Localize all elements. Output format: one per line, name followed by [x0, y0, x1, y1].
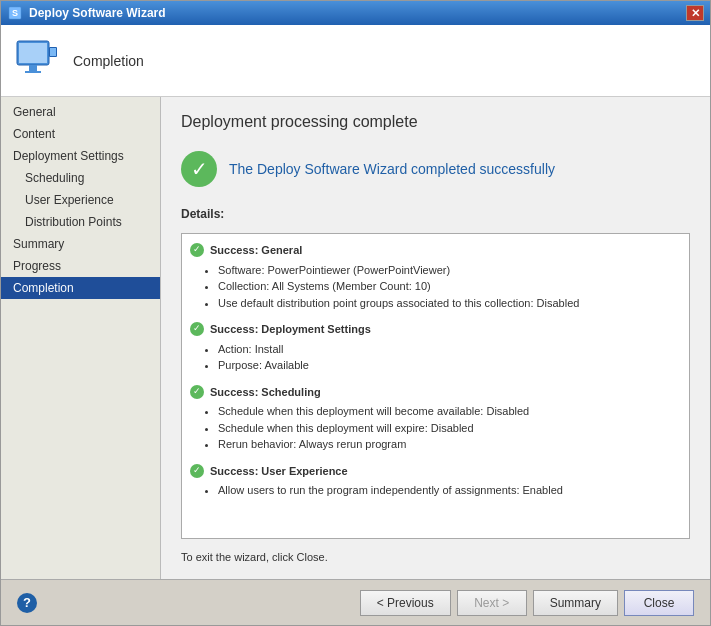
- bullet-available: Schedule when this deployment will becom…: [218, 403, 681, 420]
- success-icon-general: ✓: [190, 243, 204, 257]
- detail-scheduling-bullets: Schedule when this deployment will becom…: [190, 403, 681, 453]
- bullet-distribution: Use default distribution point groups as…: [218, 295, 681, 312]
- sidebar-item-content[interactable]: Content: [1, 123, 160, 145]
- help-button[interactable]: ?: [17, 593, 37, 613]
- content-area: Deployment processing complete ✓ The Dep…: [161, 97, 710, 579]
- detail-scheduling-label: Success: Scheduling: [210, 384, 321, 401]
- detail-section-general: ✓ Success: General Software: PowerPointi…: [190, 242, 681, 311]
- success-icon-deployment: ✓: [190, 322, 204, 336]
- footer-buttons: < Previous Next > Summary Close: [360, 590, 694, 616]
- sidebar-item-general[interactable]: General: [1, 101, 160, 123]
- svg-text:S: S: [12, 8, 18, 18]
- bullet-action: Action: Install: [218, 341, 681, 358]
- header-subtitle: Completion: [73, 53, 144, 69]
- close-button[interactable]: Close: [624, 590, 694, 616]
- sidebar-item-user-experience[interactable]: User Experience: [1, 189, 160, 211]
- summary-button[interactable]: Summary: [533, 590, 618, 616]
- detail-deployment-label: Success: Deployment Settings: [210, 321, 371, 338]
- sidebar-item-progress[interactable]: Progress: [1, 255, 160, 277]
- sidebar-item-scheduling[interactable]: Scheduling: [1, 167, 160, 189]
- bullet-collection: Collection: All Systems (Member Count: 1…: [218, 278, 681, 295]
- sidebar-item-summary[interactable]: Summary: [1, 233, 160, 255]
- success-icon-userexp: ✓: [190, 464, 204, 478]
- details-box[interactable]: ✓ Success: General Software: PowerPointi…: [181, 233, 690, 539]
- window-title: Deploy Software Wizard: [29, 6, 166, 20]
- bullet-software: Software: PowerPointiewer (PowerPointVie…: [218, 262, 681, 279]
- sidebar-item-deployment-settings[interactable]: Deployment Settings: [1, 145, 160, 167]
- bullet-purpose: Purpose: Available: [218, 357, 681, 374]
- svg-rect-3: [19, 43, 47, 63]
- success-banner: ✓ The Deploy Software Wizard completed s…: [181, 143, 690, 195]
- footer: ? < Previous Next > Summary Close: [1, 579, 710, 625]
- svg-rect-7: [50, 48, 56, 56]
- exit-hint: To exit the wizard, click Close.: [181, 551, 690, 563]
- deploy-software-wizard: S Deploy Software Wizard ✕ Completion Ge…: [0, 0, 711, 626]
- sidebar: General Content Deployment Settings Sche…: [1, 97, 161, 579]
- close-window-button[interactable]: ✕: [686, 5, 704, 21]
- svg-rect-5: [25, 71, 41, 73]
- title-bar: S Deploy Software Wizard ✕: [1, 1, 710, 25]
- details-label: Details:: [181, 207, 690, 221]
- detail-userexp-bullets: Allow users to run the program independe…: [190, 482, 681, 499]
- svg-rect-4: [29, 65, 37, 71]
- bullet-allow-users: Allow users to run the program independe…: [218, 482, 681, 499]
- detail-userexp-label: Success: User Experience: [210, 463, 348, 480]
- detail-section-deployment: ✓ Success: Deployment Settings Action: I…: [190, 321, 681, 374]
- detail-section-userexp: ✓ Success: User Experience Allow users t…: [190, 463, 681, 499]
- sidebar-item-completion[interactable]: Completion: [1, 277, 160, 299]
- detail-general-bullets: Software: PowerPointiewer (PowerPointVie…: [190, 262, 681, 312]
- sidebar-item-distribution-points[interactable]: Distribution Points: [1, 211, 160, 233]
- bullet-rerun: Rerun behavior: Always rerun program: [218, 436, 681, 453]
- success-large-icon: ✓: [181, 151, 217, 187]
- bullet-expire: Schedule when this deployment will expir…: [218, 420, 681, 437]
- detail-general-label: Success: General: [210, 242, 302, 259]
- title-bar-left: S Deploy Software Wizard: [7, 5, 166, 21]
- success-icon-scheduling: ✓: [190, 385, 204, 399]
- success-banner-text: The Deploy Software Wizard completed suc…: [229, 161, 555, 177]
- main-area: General Content Deployment Settings Sche…: [1, 97, 710, 579]
- computer-icon: [13, 37, 61, 85]
- completion-title: Deployment processing complete: [181, 113, 690, 131]
- next-button[interactable]: Next >: [457, 590, 527, 616]
- wizard-header: Completion: [1, 25, 710, 97]
- detail-section-scheduling: ✓ Success: Scheduling Schedule when this…: [190, 384, 681, 453]
- previous-button[interactable]: < Previous: [360, 590, 451, 616]
- detail-deployment-bullets: Action: Install Purpose: Available: [190, 341, 681, 374]
- footer-left: ?: [17, 593, 37, 613]
- wizard-icon: S: [7, 5, 23, 21]
